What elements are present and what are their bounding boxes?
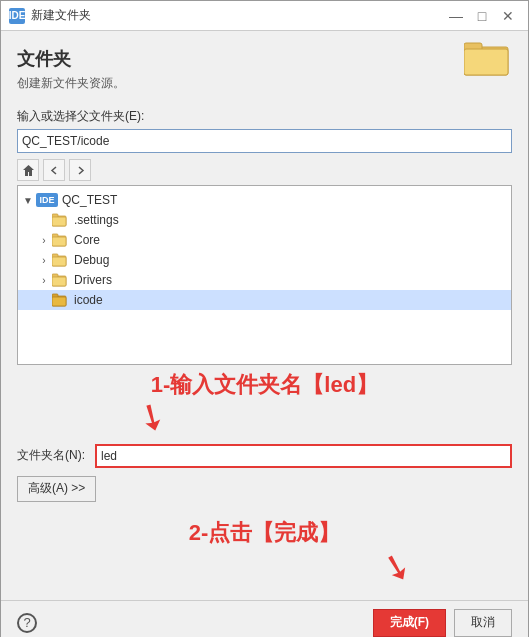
folder-tree[interactable]: ▼ IDE QC_TEST .settings › Core	[17, 185, 512, 365]
dialog-content: 文件夹 创建新文件夹资源。 输入或选择父文件夹(E):	[1, 31, 528, 600]
footer-right: 完成(F) 取消	[373, 609, 512, 637]
tree-item-settings[interactable]: .settings	[18, 210, 511, 230]
close-button[interactable]: ✕	[496, 5, 520, 27]
tree-item-core[interactable]: › Core	[18, 230, 511, 250]
tree-label-qc-test: QC_TEST	[62, 193, 117, 207]
title-bar: IDE 新建文件夹 — □ ✕	[1, 1, 528, 31]
tree-arrow-debug: ›	[38, 254, 50, 266]
tree-arrow-qc-test: ▼	[22, 194, 34, 206]
arrow-2-icon: ➘	[377, 542, 417, 590]
folder-icon-settings	[52, 213, 68, 227]
forward-button[interactable]	[69, 159, 91, 181]
parent-folder-label: 输入或选择父文件夹(E):	[17, 108, 512, 125]
svg-rect-2	[464, 49, 508, 75]
tree-label-icode: icode	[74, 293, 103, 307]
tree-arrow-settings	[38, 214, 50, 226]
folder-icon-large	[464, 37, 512, 80]
new-folder-dialog: IDE 新建文件夹 — □ ✕ 文件夹 创建新文件夹资源。 输入或选择父文件夹(…	[0, 0, 529, 637]
tree-label-debug: Debug	[74, 253, 109, 267]
folder-icon-icode	[52, 293, 68, 307]
back-button[interactable]	[43, 159, 65, 181]
folder-name-input[interactable]	[95, 444, 512, 468]
svg-rect-11	[52, 257, 66, 266]
page-title: 文件夹	[17, 47, 512, 71]
folder-name-label: 文件夹名(N):	[17, 447, 87, 464]
window-title: 新建文件夹	[31, 7, 444, 24]
footer-left: ?	[17, 613, 37, 633]
tree-toolbar	[17, 159, 512, 181]
tree-arrow-drivers: ›	[38, 274, 50, 286]
finish-button[interactable]: 完成(F)	[373, 609, 446, 637]
advanced-row: 高级(A) >>	[17, 476, 512, 502]
minimize-button[interactable]: —	[444, 5, 468, 27]
folder-name-row: 文件夹名(N):	[17, 444, 512, 468]
tree-item-debug[interactable]: › Debug	[18, 250, 511, 270]
folder-icon-core	[52, 233, 68, 247]
cancel-button[interactable]: 取消	[454, 609, 512, 637]
tree-arrow-core: ›	[38, 234, 50, 246]
tree-arrow-icode	[38, 294, 50, 306]
annotation-2-container: 2-点击【完成】	[17, 510, 512, 548]
tree-item-qc-test[interactable]: ▼ IDE QC_TEST	[18, 190, 511, 210]
dialog-footer: ? 完成(F) 取消	[1, 600, 528, 637]
app-icon: IDE	[9, 8, 25, 24]
dialog-header: 文件夹 创建新文件夹资源。	[17, 47, 512, 108]
window-controls: — □ ✕	[444, 5, 520, 27]
svg-rect-14	[52, 277, 66, 286]
svg-rect-5	[52, 217, 66, 226]
arrow-1-container: ➘	[17, 396, 512, 438]
annotation-2-text: 2-点击【完成】	[17, 518, 512, 548]
ide-badge: IDE	[36, 193, 58, 207]
folder-icon-drivers	[52, 273, 68, 287]
folder-icon-debug	[52, 253, 68, 267]
arrow-1-icon: ➘	[129, 391, 176, 442]
home-button[interactable]	[17, 159, 39, 181]
arrow-2-container: ➘	[17, 546, 512, 588]
help-button[interactable]: ?	[17, 613, 37, 633]
svg-rect-8	[52, 237, 66, 246]
page-subtitle: 创建新文件夹资源。	[17, 75, 512, 92]
tree-label-drivers: Drivers	[74, 273, 112, 287]
tree-label-settings: .settings	[74, 213, 119, 227]
tree-label-core: Core	[74, 233, 100, 247]
advanced-button[interactable]: 高级(A) >>	[17, 476, 96, 502]
parent-folder-input[interactable]	[17, 129, 512, 153]
maximize-button[interactable]: □	[470, 5, 494, 27]
tree-item-icode[interactable]: icode	[18, 290, 511, 310]
tree-item-drivers[interactable]: › Drivers	[18, 270, 511, 290]
svg-rect-17	[52, 297, 66, 306]
